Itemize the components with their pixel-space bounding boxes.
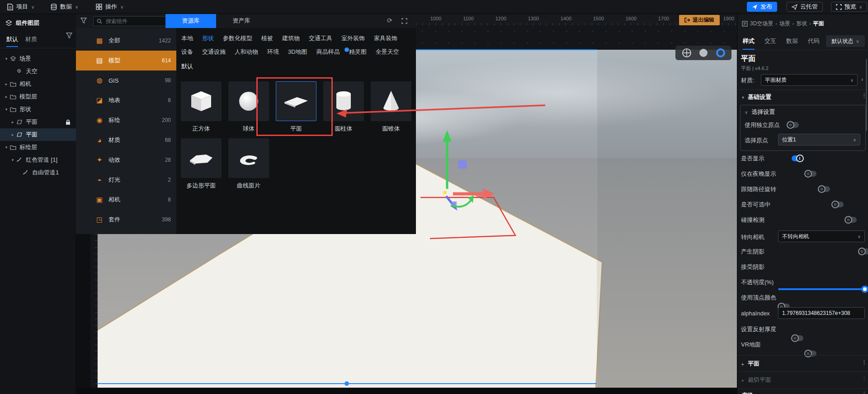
expand-panel-icon[interactable] xyxy=(401,18,407,24)
shape-tile-sphere[interactable] xyxy=(228,81,269,121)
breadcrumb-shapes[interactable]: 形状 xyxy=(796,20,807,28)
menu-data[interactable]: 数据 ∨ xyxy=(46,0,83,14)
shape-tile-cube[interactable] xyxy=(181,81,222,121)
tree-item-shapes[interactable]: ▾ 形状 xyxy=(0,103,76,116)
collapse-arrow-icon[interactable]: ▾ xyxy=(4,107,9,112)
breadcrumb-scene[interactable]: 场景 xyxy=(779,20,790,28)
face-camera-select[interactable]: 不转向相机 ∨ xyxy=(778,230,865,242)
collapse-arrow-icon[interactable]: ▾ xyxy=(10,158,15,162)
menu-actions[interactable]: 操作 ∨ xyxy=(91,0,128,14)
material-detail-arrow[interactable]: › xyxy=(861,76,863,83)
tree-item-model-layer[interactable]: ▸ 模型层 xyxy=(0,90,76,103)
origin-select[interactable]: 位置1 ∨ xyxy=(778,134,860,145)
menu-project[interactable]: 项目 ∨ xyxy=(3,0,39,14)
category-plot[interactable]: ◉标绘200 xyxy=(76,110,176,130)
night-only-toggle[interactable] xyxy=(805,171,816,177)
section-basic-settings[interactable]: ▾ 基础设置 xyxy=(742,93,771,101)
preview-button[interactable]: 预览 ∨ xyxy=(831,2,867,12)
independent-origin-toggle[interactable] xyxy=(787,122,799,128)
filter-furniture[interactable]: 家具装饰 xyxy=(374,34,397,42)
filter-vegetation[interactable]: 植被 xyxy=(261,34,273,42)
expand-arrow-icon[interactable]: ▸ xyxy=(4,82,9,86)
select-settings-header[interactable]: ∨ 选择设置 xyxy=(745,108,775,116)
alpha-index-input[interactable]: 1.7976931348623157e+308 xyxy=(778,307,865,319)
collapse-arrow-icon[interactable]: ▾ xyxy=(4,145,9,150)
sidebar-tab-material[interactable]: 材质 xyxy=(25,35,37,43)
expand-arrow-icon[interactable]: ▸ xyxy=(10,132,15,137)
kebab-menu-icon[interactable]: ⋮ xyxy=(861,375,867,382)
scrollbar-thumb[interactable] xyxy=(866,59,867,131)
gizmo-plane-handle[interactable] xyxy=(458,160,467,169)
category-camera[interactable]: ▣相机8 xyxy=(76,190,176,210)
vr-ground-toggle[interactable] xyxy=(805,351,816,356)
filter-outdoor[interactable]: 室外装饰 xyxy=(341,34,365,42)
lock-icon[interactable] xyxy=(66,119,71,125)
visible-toggle[interactable] xyxy=(792,155,803,161)
collapse-arrow-icon[interactable]: ▾ xyxy=(4,56,9,61)
shape-tile-curved-patch[interactable] xyxy=(228,138,269,178)
tab-resource-library[interactable]: 资源库 xyxy=(165,14,216,28)
shape-tile-polygon-plane[interactable] xyxy=(181,138,222,178)
filter-products[interactable]: 商品样品 xyxy=(316,48,340,56)
panorama-mode-icon[interactable] xyxy=(681,47,693,59)
tab-asset-library[interactable]: 资产库 xyxy=(216,14,267,28)
slider-thumb[interactable] xyxy=(861,286,868,293)
tab-data[interactable]: 数据 xyxy=(786,37,798,45)
shape-tile-cylinder[interactable] xyxy=(323,81,364,121)
material-select[interactable]: 平面材质 ∨ xyxy=(761,74,858,86)
tree-item-cameras[interactable]: ▸ 相机 xyxy=(0,78,76,90)
exit-edit-button[interactable]: 退出编辑 xyxy=(679,15,720,25)
tree-item-plane-selected[interactable]: ▸ 平面 xyxy=(0,128,76,141)
tree-item-plane-locked[interactable]: ▸ 平面 xyxy=(0,116,76,128)
category-all[interactable]: ▦全部1422 xyxy=(76,31,176,51)
section-plane[interactable]: ▸ 平面 xyxy=(742,360,760,368)
breadcrumb-root[interactable]: 3D空场景 xyxy=(750,20,773,28)
category-terrain[interactable]: ◪地表6 xyxy=(76,90,176,110)
expand-arrow-icon[interactable]: ▸ xyxy=(4,94,9,99)
filter-devices[interactable]: 设备 xyxy=(181,48,193,56)
filter-icon[interactable] xyxy=(80,18,87,23)
component-search[interactable] xyxy=(93,16,170,26)
filter-parametric[interactable]: 参数化模型 xyxy=(223,34,252,42)
shape-tile-cone[interactable] xyxy=(371,81,411,121)
refresh-icon[interactable]: ⟳ xyxy=(387,17,392,24)
kebab-menu-icon[interactable]: ⋮ xyxy=(861,359,867,366)
tab-code[interactable]: 代码 xyxy=(808,37,820,45)
tree-item-scene[interactable]: ▾ 场景 xyxy=(0,52,76,65)
filter-icon[interactable] xyxy=(66,33,72,38)
tree-item-red-pipe[interactable]: ▾ 红色管道 [1] xyxy=(0,154,76,166)
collision-toggle[interactable] xyxy=(845,217,857,223)
viewport-mode-toolbar[interactable] xyxy=(675,46,731,60)
category-lights[interactable]: ◓灯光2 xyxy=(76,170,176,190)
filter-vehicles[interactable]: 交通工具 xyxy=(309,34,332,42)
follow-path-toggle[interactable] xyxy=(818,186,830,192)
filter-local[interactable]: 本地 xyxy=(181,34,193,42)
filter-environment[interactable]: 环境 xyxy=(267,48,279,56)
cast-shadow-toggle[interactable] xyxy=(859,249,868,254)
kebab-menu-icon[interactable]: ⋮ xyxy=(861,390,867,394)
tab-interaction[interactable]: 交互 xyxy=(764,37,776,45)
filter-people-animals[interactable]: 人和动物 xyxy=(235,48,258,56)
3d-mode-icon[interactable] xyxy=(715,47,726,59)
filter-buildings[interactable]: 建筑物 xyxy=(282,34,300,42)
tree-item-free-pipe[interactable]: 自由管道1 xyxy=(0,166,76,179)
opacity-slider[interactable] xyxy=(778,288,865,290)
state-selector[interactable]: 默认状态 ∨ xyxy=(826,35,865,47)
search-input[interactable] xyxy=(105,18,161,25)
category-model[interactable]: ▤模型614 xyxy=(76,51,176,70)
tab-style[interactable]: 样式 xyxy=(743,37,755,50)
section-transform[interactable]: 变换 xyxy=(742,391,754,394)
filter-3dmap[interactable]: 3D地图 xyxy=(288,48,307,56)
category-effects[interactable]: ✦动效28 xyxy=(76,150,176,170)
publish-button[interactable]: 发布 xyxy=(747,2,777,12)
filter-sprites[interactable]: 精灵图 xyxy=(349,48,367,56)
filter-shapes-active[interactable]: 形状 xyxy=(202,34,214,42)
filter-panorama-sky[interactable]: 全景天空 xyxy=(376,48,399,56)
tree-item-sky[interactable]: 天空 xyxy=(0,65,76,78)
2d-mode-icon[interactable] xyxy=(698,47,709,59)
filter-traffic[interactable]: 交通设施 xyxy=(202,48,226,56)
category-gis[interactable]: ◍GIS98 xyxy=(76,70,176,90)
reflect-depth-toggle[interactable] xyxy=(792,335,803,341)
category-kits[interactable]: ◳套件398 xyxy=(76,210,176,230)
section-clip-plane[interactable]: ▸ 裁切平面 xyxy=(742,376,771,384)
